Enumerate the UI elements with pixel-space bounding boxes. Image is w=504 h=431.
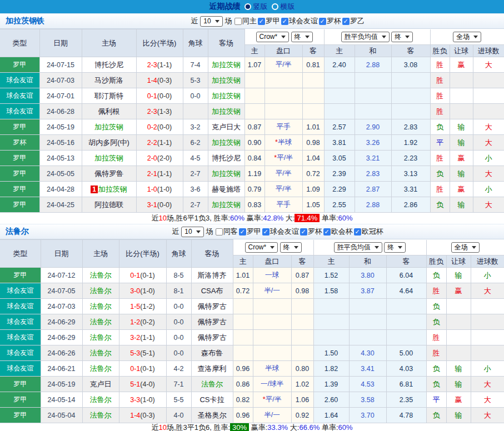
avg-draw-odds: 3.41	[349, 361, 386, 377]
handicap-home-odds: 0.86	[233, 377, 253, 392]
league-checkbox-4[interactable]: ✓欧冠杯	[354, 227, 383, 237]
home-team-name: 加拉茨钢	[94, 123, 123, 131]
table-row: 球会友谊24-07-03法鲁尔1-5(1-2)0-0佩特罗古负	[0, 299, 504, 314]
away-team-name: 佩特罗古	[198, 333, 227, 342]
col-header-avg-home: 主	[313, 255, 349, 268]
avg-home-odds	[324, 104, 355, 119]
avg-away-odds: 3.31	[391, 182, 430, 197]
league-checkbox-0[interactable]: ✓罗甲	[239, 227, 261, 237]
same-venue-checkbox[interactable]: 同主	[234, 16, 257, 26]
radio-unselected-icon	[272, 3, 278, 10]
handicap-away-odds	[302, 104, 324, 119]
away-team-name: 加拉茨钢	[212, 76, 241, 84]
handicap-line-cell: *平/半	[265, 151, 302, 166]
odds-company-select[interactable]: Crow*	[245, 242, 278, 253]
avg-final-select-value: 终	[395, 32, 401, 42]
fulltime-score: 2-2	[147, 139, 157, 147]
avg-select[interactable]: 胜平负均值	[341, 32, 390, 42]
scope-select[interactable]: 全场	[453, 32, 481, 42]
corner-cell: 7-4	[183, 57, 208, 73]
fulltime-score: 1-4	[147, 77, 157, 84]
handicap-away-odds	[291, 330, 313, 345]
goals-result-cell: 小	[471, 268, 504, 283]
date-cell: 24-04-25	[39, 197, 82, 213]
odds-final-select[interactable]: 终	[280, 242, 302, 253]
corner-cell: 2-7	[183, 197, 208, 213]
odds-final-select[interactable]: 终	[291, 32, 313, 42]
halftime-score: (0-1)	[140, 365, 154, 373]
league-checkbox-3-label: 欧会杯	[331, 227, 353, 237]
layout-radio-vertical[interactable]: 竖版	[244, 2, 268, 12]
match-count-select[interactable]: 10	[200, 16, 222, 27]
handicap-line-cell	[253, 345, 291, 361]
same-venue-checkbox[interactable]: 同客	[216, 227, 238, 237]
halftime-score: (1-0)	[140, 396, 154, 404]
col-header-handicap-result: 让球	[450, 45, 473, 57]
handicap-line-cell: 半/一	[253, 283, 291, 299]
avg-away-odds: 2.86	[391, 197, 430, 213]
col-header-away: 客场	[191, 240, 233, 268]
match-count-select[interactable]: 10	[181, 227, 203, 237]
away-team-name: 加拉茨钢	[212, 169, 241, 178]
table-row: 球会友谊24-07-01耶汀斯特0-1(0-0)0-0加拉茨钢胜	[0, 88, 504, 104]
handicap-line-cell	[253, 299, 291, 314]
handicap-line-cell	[265, 73, 302, 88]
table-row: 罗甲24-07-15博托沙尼2-3(1-1)7-4加拉茨钢1.07平/半0.81…	[0, 57, 504, 73]
league-checkbox-0[interactable]: ✓罗甲	[258, 16, 280, 26]
halftime-score: (0-1)	[140, 272, 154, 279]
league-checkbox-1[interactable]: ✓球会友谊	[281, 16, 318, 26]
layout-radio-horizontal[interactable]: 横版	[272, 2, 295, 12]
handicap-line: 平/半	[276, 185, 291, 193]
result-cell: 负	[426, 361, 446, 377]
header-row-groups: 类型日期主场比分(半场)角球客场Crow* 终胜平负均值 终全场	[0, 240, 504, 255]
date-cell: 24-05-16	[39, 135, 82, 151]
goals-result-cell: 大	[473, 119, 504, 135]
avg-select[interactable]: 胜平负均值	[334, 242, 382, 253]
date-cell: 24-06-21	[41, 361, 82, 377]
halftime-score: (0-0)	[157, 123, 172, 131]
corner-cell: 8-1	[166, 283, 191, 299]
avg-final-select[interactable]: 终	[391, 32, 413, 42]
col-header-avg-away: 客	[391, 45, 430, 57]
league-checkbox-1[interactable]: ✓球会友谊	[262, 227, 299, 237]
handicap-line: 半/一	[264, 287, 280, 294]
handicap-line-cell: 平/半	[265, 166, 302, 182]
checkbox-checked-icon: ✓	[323, 228, 331, 235]
avg-final-select[interactable]: 终	[384, 242, 406, 253]
scope-select[interactable]: 全场	[451, 242, 480, 253]
type-cell: 球会友谊	[0, 88, 39, 104]
league-checkbox-3[interactable]: ✓罗乙	[342, 16, 365, 26]
home-team-cell: 法鲁尔	[82, 392, 119, 408]
home-team-cell: 法鲁尔	[82, 330, 119, 345]
league-checkbox-2[interactable]: ✓罗杯	[300, 227, 322, 237]
col-header-crow-handicap: 盘口	[253, 255, 291, 268]
result-cell: 负	[426, 314, 446, 330]
league-checkbox-2[interactable]: ✓罗杯	[319, 16, 341, 26]
score-cell: 2-3(1-3)	[136, 104, 183, 119]
handicap-result-cell	[446, 345, 471, 361]
home-team-cell: 克卢日	[82, 377, 119, 392]
summary-segment: 10	[158, 423, 166, 431]
checkbox-checked-icon: ✓	[281, 18, 288, 25]
away-team-cell: 赫曼施塔	[208, 182, 244, 197]
halftime-score: (0-3)	[157, 77, 172, 84]
home-team-cell: 耶汀斯特	[82, 88, 136, 104]
home-team-cell: 1加拉茨钢	[82, 182, 136, 197]
home-team-name: 耶汀斯特	[94, 92, 123, 100]
type-cell: 罗甲	[0, 166, 39, 182]
home-team-name: 马沙斯洛	[94, 76, 123, 84]
score-cell: 1-5(1-2)	[119, 299, 166, 314]
handicap-home-odds: 0.79	[244, 182, 265, 197]
checkbox-checked-icon: ✓	[342, 18, 350, 25]
fulltime-score: 3-1	[147, 201, 157, 209]
league-checkbox-0-label: 罗甲	[266, 16, 280, 26]
score-cell: 3-0(1-0)	[119, 283, 166, 299]
league-checkbox-3[interactable]: ✓欧会杯	[323, 227, 353, 237]
date-cell: 24-05-04	[41, 408, 82, 423]
corner-cell: 3-2	[183, 119, 208, 135]
handicap-result-cell	[450, 73, 473, 88]
type-cell: 罗甲	[0, 197, 39, 213]
handicap-home-odds	[233, 299, 253, 314]
odds-company-select[interactable]: Crow*	[256, 32, 290, 42]
type-cell: 罗甲	[0, 151, 39, 166]
